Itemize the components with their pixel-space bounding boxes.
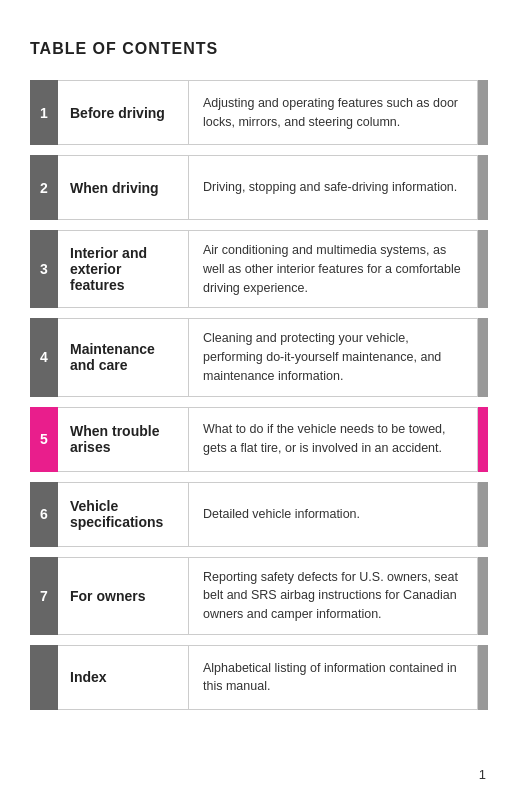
toc-section-title: When driving [58, 155, 188, 220]
toc-section-description: Cleaning and protecting your vehicle, pe… [188, 318, 478, 396]
toc-number: 6 [30, 482, 58, 547]
toc-section-description: Adjusting and operating features such as… [188, 80, 478, 145]
page: TABLE OF CONTENTS 1Before drivingAdjusti… [0, 0, 518, 800]
toc-number [30, 645, 58, 710]
toc-side-bar [478, 80, 488, 145]
toc-row[interactable]: 6Vehicle specificationsDetailed vehicle … [30, 482, 488, 547]
toc-side-bar [478, 230, 488, 308]
toc-row[interactable]: IndexAlphabetical listing of information… [30, 645, 488, 710]
toc-section-title: Vehicle specifications [58, 482, 188, 547]
toc-row[interactable]: 4Maintenance and careCleaning and protec… [30, 318, 488, 396]
toc-section-description: Detailed vehicle information. [188, 482, 478, 547]
toc-side-bar [478, 155, 488, 220]
toc-row[interactable]: 2When drivingDriving, stopping and safe-… [30, 155, 488, 220]
toc-section-description: What to do if the vehicle needs to be to… [188, 407, 478, 472]
toc-heading: TABLE OF CONTENTS [30, 40, 488, 58]
toc-section-title: Maintenance and care [58, 318, 188, 396]
toc-row[interactable]: 5When trouble arisesWhat to do if the ve… [30, 407, 488, 472]
toc-side-bar [478, 407, 488, 472]
toc-number: 4 [30, 318, 58, 396]
toc-section-title: Index [58, 645, 188, 710]
toc-side-bar [478, 557, 488, 635]
toc-side-bar [478, 318, 488, 396]
toc-section-title: Before driving [58, 80, 188, 145]
toc-number: 3 [30, 230, 58, 308]
toc-row[interactable]: 3Interior and exterior featuresAir condi… [30, 230, 488, 308]
toc-section-title: Interior and exterior features [58, 230, 188, 308]
toc-list: 1Before drivingAdjusting and operating f… [30, 80, 488, 710]
toc-number: 1 [30, 80, 58, 145]
toc-section-title: When trouble arises [58, 407, 188, 472]
page-number: 1 [479, 767, 486, 782]
toc-section-description: Reporting safety defects for U.S. owners… [188, 557, 478, 635]
toc-section-description: Air conditioning and multimedia systems,… [188, 230, 478, 308]
toc-section-description: Alphabetical listing of information cont… [188, 645, 478, 710]
toc-number: 7 [30, 557, 58, 635]
toc-side-bar [478, 645, 488, 710]
toc-row[interactable]: 7For ownersReporting safety defects for … [30, 557, 488, 635]
toc-section-description: Driving, stopping and safe-driving infor… [188, 155, 478, 220]
toc-number: 5 [30, 407, 58, 472]
toc-side-bar [478, 482, 488, 547]
toc-row[interactable]: 1Before drivingAdjusting and operating f… [30, 80, 488, 145]
toc-number: 2 [30, 155, 58, 220]
toc-section-title: For owners [58, 557, 188, 635]
